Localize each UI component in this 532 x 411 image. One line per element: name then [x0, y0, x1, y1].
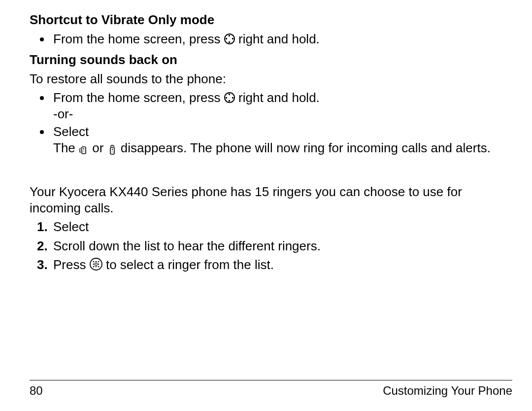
svg-rect-16: [95, 263, 97, 265]
ringers-intro: Your Kyocera KX440 Series phone has 15 r…: [30, 184, 512, 216]
svg-point-12: [93, 266, 94, 268]
navigation-circle-icon: [224, 92, 235, 103]
list-item: Select The or: [51, 124, 512, 157]
svg-point-4: [111, 148, 112, 149]
numbered-steps: Select Scroll down the list to hear the …: [30, 219, 512, 274]
silence-phone-icon: [107, 141, 117, 158]
svg-point-13: [95, 266, 97, 268]
svg-point-1: [83, 148, 84, 149]
heading-sounds-back-on: Turning sounds back on: [30, 52, 512, 68]
svg-rect-2: [83, 150, 85, 153]
footer-section-title: Customizing Your Phone: [383, 383, 512, 398]
text: From the home screen, press: [53, 90, 224, 105]
svg-point-10: [93, 264, 94, 265]
list-item: Select: [51, 219, 512, 235]
manual-page: Shortcut to Vibrate Only mode From the h…: [0, 0, 532, 411]
page-number: 80: [30, 383, 43, 398]
spacer: [30, 162, 512, 184]
text: From the home screen, press: [53, 32, 224, 46]
bullet-list-sounds: From the home screen, press right and ho…: [30, 90, 512, 157]
svg-point-8: [95, 261, 97, 263]
svg-point-14: [98, 266, 99, 268]
text: to select a ringer from the list.: [106, 257, 274, 272]
text: Press: [53, 257, 90, 272]
intro-paragraph: To restore all sounds to the phone:: [30, 71, 512, 87]
list-item: Press to select a ringer from the list.: [51, 257, 512, 274]
svg-point-11: [98, 264, 99, 265]
text: Select: [53, 219, 89, 234]
text: Press to select a ringer from the list.: [53, 257, 274, 272]
text: right and hold.: [238, 90, 320, 105]
text: right and hold.: [238, 32, 320, 46]
or-text: -or-: [53, 106, 73, 121]
text: disappears. The phone will now ring for …: [121, 140, 491, 155]
text: or: [92, 140, 107, 155]
text: Select: [53, 124, 89, 139]
heading-vibrate-shortcut: Shortcut to Vibrate Only mode: [30, 12, 512, 28]
page-footer: 80 Customizing Your Phone: [30, 380, 512, 398]
list-item: From the home screen, press right and ho…: [51, 31, 512, 47]
bullet-list-vibrate: From the home screen, press right and ho…: [30, 31, 512, 47]
svg-rect-5: [111, 151, 113, 153]
list-item: From the home screen, press right and ho…: [51, 90, 512, 122]
text: Scroll down the list to hear the differe…: [53, 239, 321, 253]
svg-point-7: [93, 261, 94, 263]
svg-point-9: [98, 261, 99, 263]
vibrate-phone-icon: [79, 141, 89, 158]
ok-button-icon: [90, 258, 102, 274]
navigation-circle-icon: [224, 34, 235, 44]
text: The: [53, 140, 79, 155]
list-item: Scroll down the list to hear the differe…: [51, 238, 512, 254]
